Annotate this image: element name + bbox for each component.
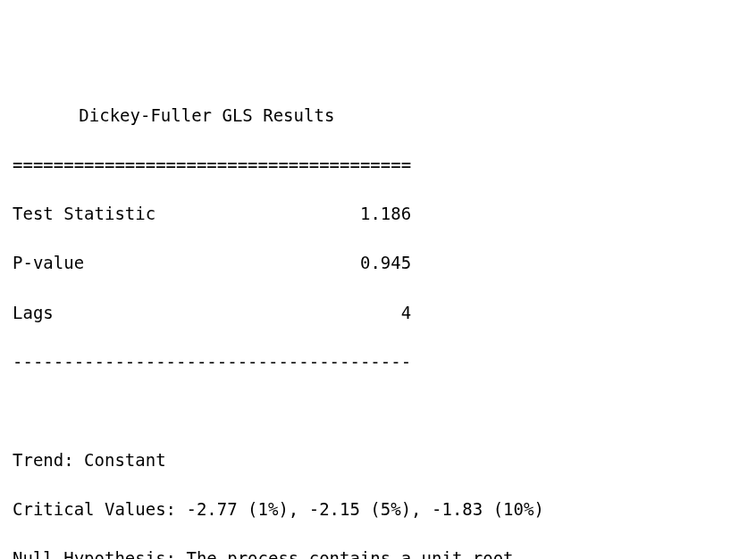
result1-lags-label: Lags: [13, 303, 54, 322]
result1-stat-value: 1.186: [360, 204, 411, 223]
spacer: [155, 204, 360, 223]
result1-sep-dash: ---------------------------------------: [13, 350, 743, 375]
result1-pval-value: 0.945: [360, 253, 411, 272]
result1-crit: Critical Values: -2.77 (1%), -2.15 (5%),…: [13, 497, 743, 522]
result1-title: Dickey-Fuller GLS Results: [13, 104, 743, 129]
result1-trend: Trend: Constant: [13, 448, 743, 473]
result1-sep-eq: =======================================: [13, 153, 743, 178]
result1-row-stat: Test Statistic 1.186: [13, 202, 743, 227]
result1-row-lags: Lags 4: [13, 301, 743, 326]
result1-pval-label: P-value: [13, 253, 84, 272]
result1-stat-label: Test Statistic: [13, 204, 155, 223]
spacer: [84, 253, 360, 272]
blank-line: [13, 399, 743, 424]
result1-null-hypothesis: Null Hypothesis: The process contains a …: [13, 546, 743, 559]
spacer: [54, 303, 401, 322]
result1-row-pval: P-value 0.945: [13, 251, 743, 276]
result1-lags-value: 4: [401, 303, 411, 322]
